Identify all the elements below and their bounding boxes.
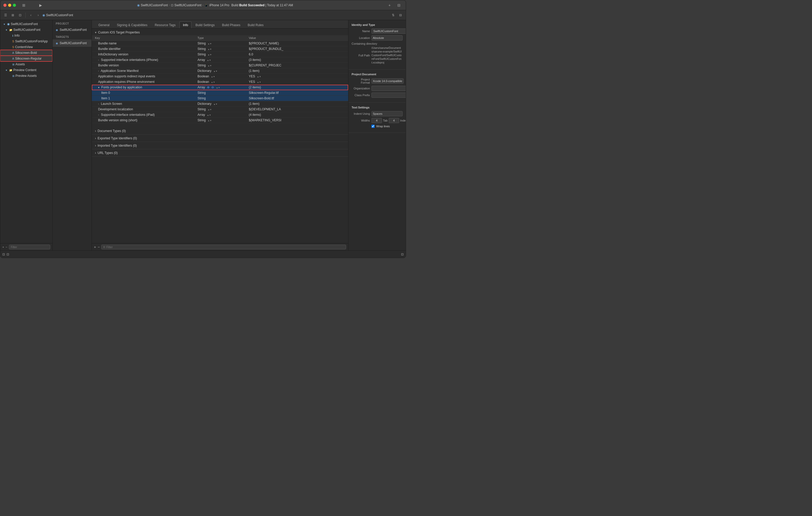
table-row[interactable]: Bundle identifier String ▲▼ $(PRODUCT_BU…: [92, 46, 348, 52]
project-icon: ◉: [137, 3, 140, 7]
collapsible-sections: › Document Types (0) › Exported Type Ide…: [92, 127, 348, 157]
ipad-disclosure[interactable]: ›: [98, 114, 99, 116]
sidebar-item-info[interactable]: ℹ Info: [0, 33, 52, 38]
table-row-item1[interactable]: Item 1 String Silkscreen-Bold.ttf: [92, 96, 348, 101]
table-row[interactable]: › Application Scene Manifest Dictionary …: [92, 68, 348, 74]
stepper[interactable]: ▲▼: [208, 42, 212, 45]
add-button[interactable]: +: [386, 2, 393, 9]
indent-width-input[interactable]: [389, 118, 399, 123]
sidebar-item-app[interactable]: S SwiftUICustomFontApp: [0, 38, 52, 44]
file-filter-input[interactable]: [9, 245, 50, 249]
table-row[interactable]: › Supported interface orientations (iPho…: [92, 57, 348, 63]
location-select[interactable]: Absolute Relative to Group: [372, 35, 403, 40]
sidebar-item-silkscreen-bold[interactable]: A Silkscreen-Bold: [0, 50, 52, 56]
table-row[interactable]: InfoDictionary version String ▲▼ 6.0: [92, 52, 348, 57]
stepper[interactable]: ▲▼: [211, 75, 215, 78]
forward-button[interactable]: ›: [35, 12, 41, 18]
stepper[interactable]: ▲▼: [207, 59, 211, 61]
name-input[interactable]: [372, 29, 406, 34]
add-font-item[interactable]: ⊕: [207, 86, 209, 89]
launch-disclosure[interactable]: ›: [98, 102, 99, 105]
row-value-item1: Silkscreen-Bold.ttf: [245, 96, 348, 101]
tab-info[interactable]: Info: [179, 22, 192, 28]
row-disclosure[interactable]: ›: [98, 59, 99, 61]
table-row-fonts[interactable]: ▾ Fonts provided by application Array ⊕ …: [92, 85, 348, 90]
wrap-lines-checkbox[interactable]: [372, 125, 375, 128]
tab-general[interactable]: General: [95, 22, 113, 28]
tab-signing[interactable]: Signing & Capabilities: [114, 22, 151, 28]
stepper[interactable]: ▲▼: [207, 114, 211, 116]
table-row-launch[interactable]: › Launch Screen Dictionary ▲▼ (1 item): [92, 101, 348, 107]
row-disclosure[interactable]: ›: [98, 69, 99, 72]
targets-project-item[interactable]: ◉ SwiftUICustomFont: [53, 26, 92, 33]
inspector-toggle[interactable]: ⊟: [395, 2, 403, 9]
minimize-button[interactable]: [8, 4, 11, 7]
tab-resource[interactable]: Resource Tags: [151, 22, 179, 28]
info-filter-input[interactable]: [106, 245, 344, 249]
tab-build-rules[interactable]: Build Rules: [244, 22, 267, 28]
imported-types-header[interactable]: › Imported Type Identifiers (0): [92, 142, 348, 149]
stepper[interactable]: ▲▼: [213, 70, 218, 72]
table-row[interactable]: Bundle version String ▲▼ $(CURRENT_PROJE…: [92, 63, 348, 68]
back-button[interactable]: ‹: [28, 12, 34, 18]
sync-button[interactable]: ⇅: [390, 12, 396, 18]
sidebar-item-assets[interactable]: ⊞ Assets: [0, 61, 52, 67]
table-row[interactable]: Application supports indirect input even…: [92, 74, 348, 79]
table-row[interactable]: Bundle name String ▲▼ $(PRODUCT_NAME): [92, 41, 348, 46]
table-row-bundleversion[interactable]: Bundle version string (short) String ▲▼ …: [92, 118, 348, 123]
tab-bar: General Signing & Capabilities Resource …: [92, 20, 348, 29]
tab-build-settings[interactable]: Build Settings: [192, 22, 218, 28]
doc-types-header[interactable]: › Document Types (0): [92, 127, 348, 134]
navigator-toggle[interactable]: ☰: [2, 12, 9, 18]
titlebar: ⊞ ▶ ◉ SwiftUICustomFont › ⊡ SwiftUICusto…: [0, 0, 406, 10]
exported-types-disclosure: ›: [95, 136, 96, 140]
play-button[interactable]: ▶: [37, 2, 44, 9]
stepper[interactable]: ▲▼: [208, 54, 212, 56]
boolean-stepper[interactable]: ▲▼: [257, 75, 261, 78]
maximize-button[interactable]: [13, 4, 16, 7]
sidebar-item-contentview[interactable]: S ContentView: [0, 44, 52, 50]
add-row-button[interactable]: +: [94, 245, 96, 249]
class-prefix-input[interactable]: [372, 93, 406, 98]
table-row-ipad[interactable]: › Supported interface orientations (iPad…: [92, 112, 348, 118]
url-types-header[interactable]: › URL Types (0): [92, 149, 348, 157]
row-key-launch: › Launch Screen: [92, 101, 194, 107]
close-button[interactable]: [3, 4, 6, 7]
filter-container: ⊙: [101, 245, 346, 249]
row-key: Application requires iPhone environment: [92, 79, 194, 85]
sidebar-item-silkscreen-regular[interactable]: A Silkscreen-Regular: [0, 56, 52, 61]
tab-width-input[interactable]: [372, 118, 382, 123]
stepper[interactable]: ▲▼: [213, 103, 218, 105]
org-input[interactable]: [372, 86, 406, 91]
sidebar-item-group[interactable]: ▾ 📁 SwiftUICustomFont: [0, 27, 52, 33]
sidebar-item-preview-content[interactable]: ▾ 📁 Preview Content: [0, 67, 52, 73]
stepper[interactable]: ▲▼: [211, 81, 215, 83]
stepper[interactable]: ▲▼: [208, 65, 212, 67]
remove-font-item[interactable]: ⊖: [211, 86, 214, 89]
table-row-devlocal[interactable]: Development localization String ▲▼ $(DEV…: [92, 107, 348, 112]
sidebar-item-preview-assets[interactable]: ⊞ Preview Assets: [0, 73, 52, 79]
table-row-item0[interactable]: Item 0 String Silkscreen-Regular.ttf: [92, 90, 348, 96]
sidebar-toggle-button[interactable]: ⊞: [20, 2, 27, 9]
fonts-disclosure[interactable]: ▾: [98, 86, 99, 89]
indent-using-select[interactable]: Spaces Tabs: [372, 111, 403, 116]
layout-toggle[interactable]: ⊟: [397, 12, 404, 18]
stepper[interactable]: ▲▼: [208, 119, 212, 122]
boolean-stepper2[interactable]: ▲▼: [257, 81, 261, 83]
project-format-select[interactable]: Xcode 14.0-compatible: [372, 79, 404, 84]
inspector-panel-toggle[interactable]: ⊞: [10, 12, 16, 18]
tab-build-phases[interactable]: Build Phases: [219, 22, 244, 28]
remove-row-button[interactable]: −: [97, 245, 100, 249]
sidebar-item-root[interactable]: ▾ ◉ SwiftUICustomFont: [0, 21, 52, 27]
targets-app-item[interactable]: ◉ SwiftUICustomFont: [53, 39, 92, 47]
stepper[interactable]: ▲▼: [208, 48, 212, 51]
add-file-button[interactable]: +: [2, 245, 4, 249]
table-row[interactable]: Application requires iPhone environment …: [92, 79, 348, 85]
minimap-toggle[interactable]: ⊡: [17, 12, 23, 18]
stepper[interactable]: ▲▼: [208, 109, 212, 111]
remove-file-button[interactable]: −: [5, 245, 7, 249]
exported-types-header[interactable]: › Exported Type Identifiers (0): [92, 134, 348, 142]
section-collapse-btn[interactable]: ▾ Custom iOS Target Properties: [92, 29, 348, 35]
stepper[interactable]: ▲▼: [216, 87, 220, 89]
wrap-lines-row: Wrap lines: [352, 125, 403, 128]
